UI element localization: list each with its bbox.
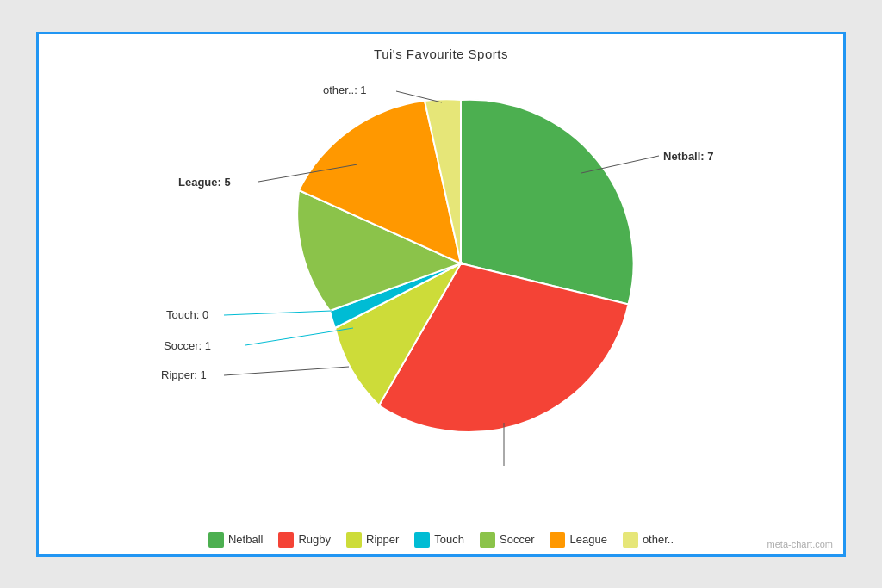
watermark: meta-chart.com [767, 539, 833, 549]
legend: Netball Rugby Ripper Touch Soccer League… [191, 523, 691, 554]
pie-chart: Netball: 7 Rugby: 9 Soccer: 1 Touch: 0 R… [39, 61, 848, 474]
legend-swatch-other [623, 532, 638, 548]
legend-label-touch: Touch [434, 533, 464, 546]
touch-label: Touch: 0 [166, 308, 208, 321]
legend-item-netball: Netball [208, 532, 263, 548]
legend-swatch-league [550, 532, 565, 548]
legend-label-ripper: Ripper [366, 533, 399, 546]
soccer-label: Soccer: 1 [164, 339, 211, 352]
legend-swatch-soccer [480, 532, 495, 548]
legend-label-soccer: Soccer [500, 533, 534, 546]
legend-swatch-netball [208, 532, 224, 548]
legend-item-rugby: Rugby [278, 532, 331, 548]
netball-label: Netball: 7 [663, 150, 714, 163]
legend-label-rugby: Rugby [298, 533, 331, 546]
legend-label-other: other.. [643, 533, 674, 546]
chart-area: Netball: 7 Rugby: 9 Soccer: 1 Touch: 0 R… [39, 61, 843, 523]
legend-swatch-touch [414, 532, 430, 548]
legend-swatch-ripper [346, 532, 362, 548]
ripper-line [224, 367, 349, 375]
legend-label-netball: Netball [228, 533, 263, 546]
chart-container: Tui's Favourite Sports [36, 32, 846, 557]
ripper-label: Ripper: 1 [161, 368, 207, 381]
legend-item-other: other.. [623, 532, 674, 548]
legend-label-league: League [569, 533, 606, 546]
legend-item-league: League [550, 532, 606, 548]
chart-title: Tui's Favourite Sports [374, 46, 508, 61]
legend-item-touch: Touch [414, 532, 464, 548]
touch-line [224, 311, 332, 315]
legend-item-ripper: Ripper [346, 532, 399, 548]
other-label: other..: 1 [323, 84, 367, 96]
rugby-label: Rugby: 9 [478, 473, 526, 474]
league-label: League: 5 [178, 176, 231, 189]
legend-item-soccer: Soccer [480, 532, 534, 548]
legend-swatch-rugby [278, 532, 294, 548]
